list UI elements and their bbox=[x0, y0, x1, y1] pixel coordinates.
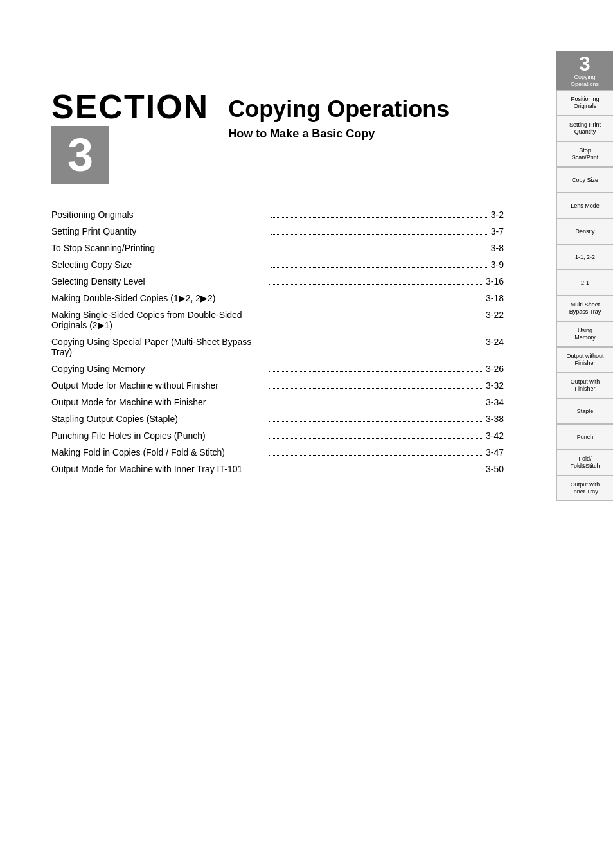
toc-dots bbox=[269, 388, 483, 389]
main-content: Section 3 Copying Operations How to Make… bbox=[0, 0, 555, 519]
sidebar-tab-4[interactable]: Lens Mode bbox=[556, 193, 613, 218]
toc-title: Selecting Copy Size bbox=[51, 260, 269, 270]
toc-page: 3-34 bbox=[486, 397, 504, 407]
toc-dots bbox=[269, 421, 483, 422]
toc-page: 3-18 bbox=[486, 293, 504, 303]
toc-row: Copying Using Special Paper (Multi-Sheet… bbox=[51, 337, 504, 357]
toc-row: Output Mode for Machine with Finisher 3-… bbox=[51, 397, 504, 407]
sidebar-badge: 3 CopyingOperations bbox=[556, 51, 613, 90]
section-header: Section 3 Copying Operations How to Make… bbox=[51, 90, 504, 184]
toc-dots bbox=[269, 284, 483, 285]
toc-page: 3-50 bbox=[486, 464, 504, 474]
sidebar-tab-11[interactable]: Output withFinisher bbox=[556, 373, 613, 398]
toc-page: 3-7 bbox=[491, 226, 504, 236]
toc-page: 3-22 bbox=[486, 310, 504, 320]
toc-row: Stapling Output Copies (Staple) 3-38 bbox=[51, 414, 504, 424]
toc-page: 3-8 bbox=[491, 243, 504, 253]
toc-row: Making Double-Sided Copies (1▶2, 2▶2) 3-… bbox=[51, 293, 504, 303]
toc-row: Output Mode for Machine without Finisher… bbox=[51, 380, 504, 391]
sidebar-tab-5[interactable]: Density bbox=[556, 218, 613, 244]
sidebar-tab-1[interactable]: Setting PrintQuantity bbox=[556, 116, 613, 141]
toc-title: Output Mode for Machine with Inner Tray … bbox=[51, 464, 266, 474]
toc-title: Making Single-Sided Copies from Double-S… bbox=[51, 310, 266, 330]
toc-title: Selecting Density Level bbox=[51, 276, 266, 287]
sidebar-tab-14[interactable]: Fold/Fold&Stitch bbox=[556, 450, 613, 475]
sidebar-tab-8[interactable]: Multi-SheetBypass Tray bbox=[556, 296, 613, 321]
toc-row: Making Single-Sided Copies from Double-S… bbox=[51, 310, 504, 330]
toc-dots bbox=[269, 455, 483, 456]
sidebar-tab-9[interactable]: UsingMemory bbox=[556, 321, 613, 347]
toc-title: Positioning Originals bbox=[51, 209, 269, 220]
toc-dots bbox=[269, 405, 483, 405]
chapter-info: Copying Operations How to Make a Basic C… bbox=[228, 90, 449, 141]
toc-dots bbox=[269, 328, 483, 328]
toc-title: Output Mode for Machine with Finisher bbox=[51, 397, 266, 407]
toc-page: 3-26 bbox=[486, 364, 504, 374]
toc-row: Making Fold in Copies (Fold / Fold & Sti… bbox=[51, 447, 504, 457]
sidebar-tab-2[interactable]: StopScan/Print bbox=[556, 141, 613, 167]
sidebar-tab-0[interactable]: PositioningOriginals bbox=[556, 90, 613, 116]
toc-page: 3-2 bbox=[491, 209, 504, 220]
toc-row: To Stop Scanning/Printing 3-8 bbox=[51, 243, 504, 253]
sidebar-tab-7[interactable]: 2-1 bbox=[556, 270, 613, 296]
toc-page: 3-42 bbox=[486, 430, 504, 441]
toc-title: Copying Using Special Paper (Multi-Sheet… bbox=[51, 337, 266, 357]
toc-title: Copying Using Memory bbox=[51, 364, 266, 374]
toc-page: 3-16 bbox=[486, 276, 504, 287]
section-word: Section bbox=[51, 90, 209, 123]
sidebar-tab-6[interactable]: 1-1, 2-2 bbox=[556, 244, 613, 270]
sidebar-tab-15[interactable]: Output withInner Tray bbox=[556, 475, 613, 501]
toc-row: Punching File Holes in Copies (Punch) 3-… bbox=[51, 430, 504, 441]
toc-dots bbox=[271, 234, 488, 235]
toc-page: 3-38 bbox=[486, 414, 504, 424]
chapter-title: Copying Operations bbox=[228, 96, 449, 122]
toc-title: Making Fold in Copies (Fold / Fold & Sti… bbox=[51, 447, 266, 457]
toc-dots bbox=[269, 301, 483, 301]
sidebar: 3 CopyingOperations PositioningOriginals… bbox=[556, 0, 613, 868]
sidebar-tab-10[interactable]: Output withoutFinisher bbox=[556, 347, 613, 373]
section-title-block: Section 3 bbox=[51, 90, 209, 184]
toc-row: Output Mode for Machine with Inner Tray … bbox=[51, 464, 504, 474]
toc-row: Copying Using Memory 3-26 bbox=[51, 364, 504, 374]
toc-page: 3-47 bbox=[486, 447, 504, 457]
toc-dots bbox=[271, 251, 488, 251]
chapter-subtitle: How to Make a Basic Copy bbox=[228, 127, 449, 141]
badge-label: CopyingOperations bbox=[571, 74, 599, 88]
toc-table: Positioning Originals 3-2 Setting Print … bbox=[51, 209, 504, 474]
toc-dots bbox=[271, 217, 488, 218]
toc-row: Selecting Density Level 3-16 bbox=[51, 276, 504, 287]
toc-title: Setting Print Quantity bbox=[51, 226, 269, 236]
toc-dots bbox=[269, 371, 483, 372]
toc-page: 3-24 bbox=[486, 337, 504, 347]
toc-title: Making Double-Sided Copies (1▶2, 2▶2) bbox=[51, 293, 266, 303]
toc-dots bbox=[269, 438, 483, 439]
toc-row: Setting Print Quantity 3-7 bbox=[51, 226, 504, 236]
toc-title: To Stop Scanning/Printing bbox=[51, 243, 269, 253]
toc-title: Punching File Holes in Copies (Punch) bbox=[51, 430, 266, 441]
toc-dots bbox=[269, 472, 483, 472]
badge-number: 3 bbox=[579, 53, 591, 74]
sidebar-tab-12[interactable]: Staple bbox=[556, 398, 613, 424]
section-number-box: 3 bbox=[51, 126, 109, 184]
toc-title: Stapling Output Copies (Staple) bbox=[51, 414, 266, 424]
toc-page: 3-9 bbox=[491, 260, 504, 270]
section-number: 3 bbox=[67, 128, 93, 181]
toc-row: Positioning Originals 3-2 bbox=[51, 209, 504, 220]
toc-dots bbox=[271, 267, 488, 268]
sidebar-tab-3[interactable]: Copy Size bbox=[556, 167, 613, 193]
toc-page: 3-32 bbox=[486, 380, 504, 391]
toc-row: Selecting Copy Size 3-9 bbox=[51, 260, 504, 270]
sidebar-tab-13[interactable]: Punch bbox=[556, 424, 613, 450]
toc-title: Output Mode for Machine without Finisher bbox=[51, 380, 266, 391]
toc-dots bbox=[269, 355, 483, 355]
